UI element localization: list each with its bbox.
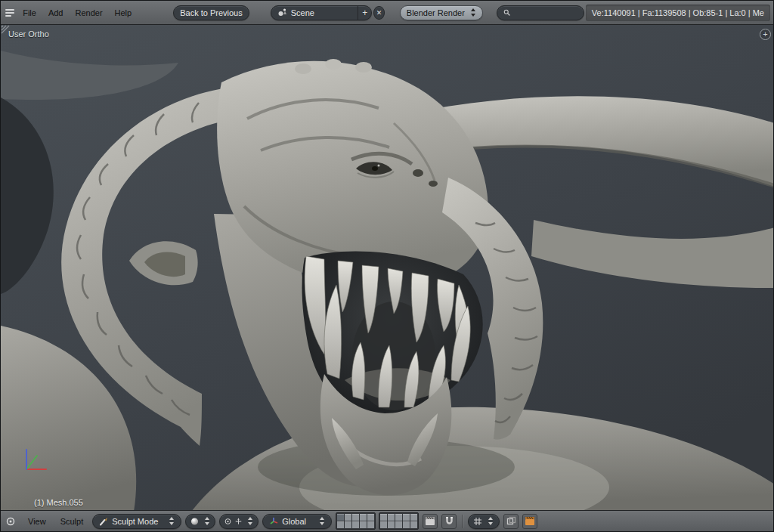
layer-group-1 bbox=[336, 512, 376, 530]
scene-statistics: Ve:1140091 | Fa:1139508 | Ob:85-1 | La:0… bbox=[586, 5, 770, 21]
viewport-header: View Sculpt Sculpt Mode bbox=[1, 510, 773, 531]
chevron-updown-icon bbox=[488, 517, 494, 525]
back-to-previous-label: Back to Previous bbox=[180, 8, 243, 17]
layer-button[interactable] bbox=[403, 521, 410, 528]
layer-button[interactable] bbox=[380, 521, 387, 528]
layer-button[interactable] bbox=[345, 521, 351, 528]
layer-button[interactable] bbox=[403, 514, 410, 521]
blender-window: File Add Render Help Back to Previous Sc… bbox=[0, 0, 774, 532]
editor-type-button-3dview[interactable] bbox=[4, 514, 19, 529]
scene-unlink-button[interactable]: ✕ bbox=[373, 6, 385, 20]
copy-layers-button[interactable] bbox=[503, 514, 519, 529]
search-field[interactable] bbox=[497, 5, 584, 20]
active-object-label: (1) Mesh.055 bbox=[34, 498, 83, 507]
layer-button[interactable] bbox=[352, 514, 359, 521]
view-name-label: User Ortho bbox=[8, 29, 49, 39]
sculpt-scene bbox=[1, 25, 774, 512]
menu-view[interactable]: View bbox=[23, 515, 51, 528]
layer-button[interactable] bbox=[395, 514, 402, 521]
chevron-updown-icon bbox=[470, 8, 476, 17]
layer-button[interactable] bbox=[352, 521, 359, 528]
transform-orientation-dropdown[interactable]: Global bbox=[262, 514, 332, 529]
layer-button[interactable] bbox=[337, 521, 344, 528]
layer-button[interactable] bbox=[337, 514, 344, 521]
scene-selector[interactable]: Scene + bbox=[271, 5, 372, 20]
scene-icon bbox=[277, 8, 287, 17]
brush-icon bbox=[99, 517, 108, 526]
layer-button[interactable] bbox=[345, 514, 351, 521]
mode-value: Sculpt Mode bbox=[112, 517, 163, 526]
layer-group-2 bbox=[379, 512, 419, 530]
mode-dropdown[interactable]: Sculpt Mode bbox=[92, 514, 181, 529]
layer-button[interactable] bbox=[410, 521, 417, 528]
chevron-updown-icon bbox=[204, 517, 210, 525]
menu-help[interactable]: Help bbox=[110, 6, 138, 20]
menu-render[interactable]: Render bbox=[70, 6, 107, 20]
region-expand-button[interactable]: + bbox=[760, 29, 771, 40]
layer-button[interactable] bbox=[380, 514, 387, 521]
chevron-updown-icon bbox=[319, 517, 325, 525]
menu-add[interactable]: Add bbox=[43, 6, 69, 20]
clapperboard-icon bbox=[425, 516, 435, 526]
layer-button[interactable] bbox=[360, 521, 367, 528]
manipulator-icon bbox=[235, 517, 242, 526]
scene-add-button[interactable]: + bbox=[358, 6, 371, 20]
global-axis-icon bbox=[269, 517, 278, 526]
info-editor-icon bbox=[5, 8, 15, 18]
render-engine-value: Blender Render bbox=[407, 8, 465, 17]
menu-sculpt[interactable]: Sculpt bbox=[55, 515, 89, 528]
3dview-editor-icon bbox=[6, 516, 17, 527]
viewport-shading-dropdown[interactable] bbox=[185, 514, 215, 529]
pivot-point-dropdown[interactable] bbox=[219, 514, 259, 529]
search-input[interactable] bbox=[514, 7, 577, 19]
pivot-icon bbox=[224, 517, 231, 526]
layer-button[interactable] bbox=[410, 514, 417, 521]
menu-file[interactable]: File bbox=[17, 6, 42, 20]
magnet-icon bbox=[444, 516, 454, 526]
snap-button[interactable] bbox=[441, 514, 457, 529]
overlap-squares-icon bbox=[506, 516, 516, 526]
layer-button[interactable] bbox=[388, 521, 395, 528]
layer-button[interactable] bbox=[367, 521, 374, 528]
opengl-render-button[interactable] bbox=[522, 514, 537, 529]
editor-type-button[interactable] bbox=[4, 5, 16, 20]
search-icon bbox=[503, 8, 510, 17]
clapperboard-button[interactable] bbox=[423, 514, 438, 529]
scene-name: Scene bbox=[291, 8, 354, 17]
chevron-updown-icon bbox=[169, 517, 175, 525]
layer-button[interactable] bbox=[367, 514, 374, 521]
layer-buttons bbox=[336, 512, 419, 530]
info-header: File Add Render Help Back to Previous Sc… bbox=[1, 1, 773, 25]
back-to-previous-button[interactable]: Back to Previous bbox=[173, 5, 249, 20]
3d-viewport[interactable]: User Ortho + (1) Mesh.055 bbox=[1, 25, 774, 512]
snap-element-dropdown[interactable] bbox=[468, 514, 500, 529]
divider bbox=[462, 515, 463, 528]
render-engine-dropdown[interactable]: Blender Render bbox=[400, 5, 483, 20]
layer-button[interactable] bbox=[360, 514, 367, 521]
shading-sphere-icon bbox=[190, 517, 199, 526]
layer-button[interactable] bbox=[388, 514, 395, 521]
snap-grid-icon bbox=[473, 517, 482, 526]
render-camera-icon bbox=[525, 516, 535, 526]
chevron-updown-icon bbox=[247, 517, 253, 525]
layer-button[interactable] bbox=[395, 521, 402, 528]
orientation-value: Global bbox=[282, 517, 314, 526]
